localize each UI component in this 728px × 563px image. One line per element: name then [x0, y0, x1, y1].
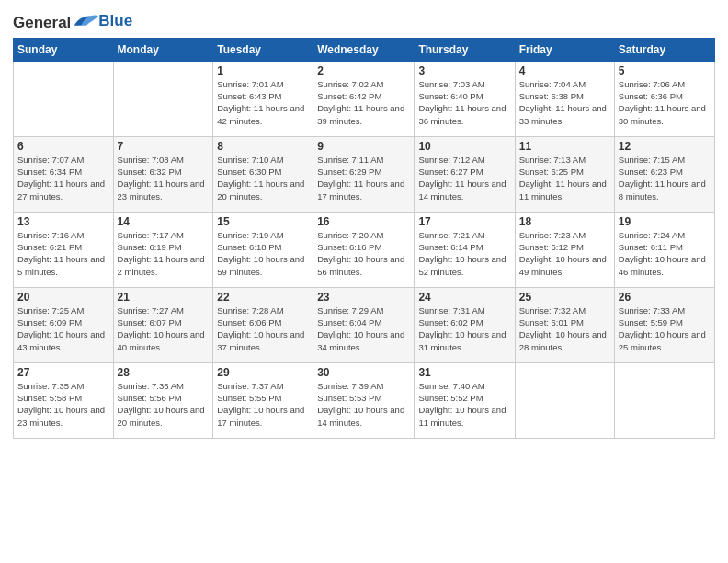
day-info: Sunrise: 7:17 AM Sunset: 6:19 PM Dayligh…: [118, 229, 210, 278]
logo-blue-text: Blue: [98, 12, 132, 30]
calendar-cell: 29Sunrise: 7:37 AM Sunset: 5:55 PM Dayli…: [213, 362, 313, 438]
day-number: 23: [317, 291, 410, 304]
weekday-monday: Monday: [113, 38, 213, 61]
calendar-cell: 14Sunrise: 7:17 AM Sunset: 6:19 PM Dayli…: [113, 212, 213, 287]
weekday-saturday: Saturday: [614, 38, 714, 61]
week-row-4: 27Sunrise: 7:35 AM Sunset: 5:58 PM Dayli…: [14, 362, 715, 438]
calendar-cell: [113, 61, 213, 136]
calendar-table: SundayMondayTuesdayWednesdayThursdayFrid…: [13, 38, 715, 439]
day-number: 28: [118, 366, 210, 379]
day-number: 30: [317, 366, 410, 379]
day-number: 11: [519, 140, 610, 153]
calendar-cell: 25Sunrise: 7:32 AM Sunset: 6:01 PM Dayli…: [515, 287, 614, 362]
calendar-cell: 18Sunrise: 7:23 AM Sunset: 6:12 PM Dayli…: [515, 212, 614, 287]
day-number: 4: [519, 64, 610, 77]
calendar-cell: 6Sunrise: 7:07 AM Sunset: 6:34 PM Daylig…: [14, 136, 114, 212]
calendar-cell: 20Sunrise: 7:25 AM Sunset: 6:09 PM Dayli…: [14, 287, 114, 362]
day-number: 26: [619, 291, 711, 304]
day-number: 17: [418, 215, 510, 228]
day-number: 19: [619, 215, 711, 228]
day-number: 25: [519, 291, 610, 304]
day-number: 8: [217, 140, 309, 153]
header: General Blue: [13, 11, 715, 32]
calendar-cell: 27Sunrise: 7:35 AM Sunset: 5:58 PM Dayli…: [14, 362, 114, 438]
day-number: 5: [619, 64, 711, 77]
day-number: 18: [519, 215, 610, 228]
day-info: Sunrise: 7:08 AM Sunset: 6:32 PM Dayligh…: [118, 154, 210, 202]
calendar-cell: 17Sunrise: 7:21 AM Sunset: 6:14 PM Dayli…: [415, 212, 515, 287]
logo-bird-icon: [73, 11, 98, 31]
calendar-cell: 1Sunrise: 7:01 AM Sunset: 6:43 PM Daylig…: [213, 61, 313, 136]
calendar-cell: 26Sunrise: 7:33 AM Sunset: 5:59 PM Dayli…: [614, 287, 714, 362]
week-row-0: 1Sunrise: 7:01 AM Sunset: 6:43 PM Daylig…: [14, 61, 715, 136]
day-info: Sunrise: 7:20 AM Sunset: 6:16 PM Dayligh…: [317, 229, 410, 278]
calendar-cell: 24Sunrise: 7:31 AM Sunset: 6:02 PM Dayli…: [415, 287, 515, 362]
day-number: 1: [217, 64, 309, 77]
day-info: Sunrise: 7:02 AM Sunset: 6:42 PM Dayligh…: [317, 78, 410, 127]
weekday-wednesday: Wednesday: [313, 38, 415, 61]
day-info: Sunrise: 7:16 AM Sunset: 6:21 PM Dayligh…: [17, 229, 109, 278]
day-info: Sunrise: 7:04 AM Sunset: 6:38 PM Dayligh…: [519, 78, 610, 127]
day-info: Sunrise: 7:33 AM Sunset: 5:59 PM Dayligh…: [619, 304, 711, 353]
day-number: 12: [619, 140, 711, 153]
day-info: Sunrise: 7:37 AM Sunset: 5:55 PM Dayligh…: [217, 380, 309, 429]
calendar-cell: 28Sunrise: 7:36 AM Sunset: 5:56 PM Dayli…: [113, 362, 213, 438]
calendar-cell: 30Sunrise: 7:39 AM Sunset: 5:53 PM Dayli…: [313, 362, 415, 438]
day-info: Sunrise: 7:11 AM Sunset: 6:29 PM Dayligh…: [317, 154, 410, 202]
weekday-tuesday: Tuesday: [213, 38, 313, 61]
day-number: 29: [217, 366, 309, 379]
calendar-cell: 5Sunrise: 7:06 AM Sunset: 6:36 PM Daylig…: [614, 61, 714, 136]
calendar-cell: 10Sunrise: 7:12 AM Sunset: 6:27 PM Dayli…: [415, 136, 515, 212]
day-number: 3: [418, 64, 510, 77]
calendar-cell: 31Sunrise: 7:40 AM Sunset: 5:52 PM Dayli…: [415, 362, 515, 438]
weekday-thursday: Thursday: [415, 38, 515, 61]
day-info: Sunrise: 7:23 AM Sunset: 6:12 PM Dayligh…: [519, 229, 610, 278]
day-info: Sunrise: 7:29 AM Sunset: 6:04 PM Dayligh…: [317, 304, 410, 353]
day-number: 6: [17, 140, 109, 153]
logo-general-text: General: [13, 14, 71, 31]
week-row-2: 13Sunrise: 7:16 AM Sunset: 6:21 PM Dayli…: [14, 212, 715, 287]
calendar-cell: [614, 362, 714, 438]
day-info: Sunrise: 7:03 AM Sunset: 6:40 PM Dayligh…: [418, 78, 510, 127]
calendar-cell: 11Sunrise: 7:13 AM Sunset: 6:25 PM Dayli…: [515, 136, 614, 212]
day-number: 2: [317, 64, 410, 77]
calendar-cell: 13Sunrise: 7:16 AM Sunset: 6:21 PM Dayli…: [14, 212, 114, 287]
day-info: Sunrise: 7:07 AM Sunset: 6:34 PM Dayligh…: [17, 154, 109, 202]
calendar-cell: 3Sunrise: 7:03 AM Sunset: 6:40 PM Daylig…: [415, 61, 515, 136]
logo: General Blue: [13, 11, 132, 32]
day-info: Sunrise: 7:12 AM Sunset: 6:27 PM Dayligh…: [418, 154, 510, 202]
day-number: 9: [317, 140, 410, 153]
day-number: 7: [118, 140, 210, 153]
calendar-cell: 19Sunrise: 7:24 AM Sunset: 6:11 PM Dayli…: [614, 212, 714, 287]
calendar-cell: 9Sunrise: 7:11 AM Sunset: 6:29 PM Daylig…: [313, 136, 415, 212]
day-info: Sunrise: 7:39 AM Sunset: 5:53 PM Dayligh…: [317, 380, 410, 429]
calendar-cell: 16Sunrise: 7:20 AM Sunset: 6:16 PM Dayli…: [313, 212, 415, 287]
day-number: 16: [317, 215, 410, 228]
day-number: 22: [217, 291, 309, 304]
day-number: 27: [17, 366, 109, 379]
calendar-cell: 7Sunrise: 7:08 AM Sunset: 6:32 PM Daylig…: [113, 136, 213, 212]
calendar-cell: 22Sunrise: 7:28 AM Sunset: 6:06 PM Dayli…: [213, 287, 313, 362]
day-number: 13: [17, 215, 109, 228]
day-info: Sunrise: 7:10 AM Sunset: 6:30 PM Dayligh…: [217, 154, 309, 202]
day-info: Sunrise: 7:32 AM Sunset: 6:01 PM Dayligh…: [519, 304, 610, 353]
calendar-cell: 12Sunrise: 7:15 AM Sunset: 6:23 PM Dayli…: [614, 136, 714, 212]
day-number: 15: [217, 215, 309, 228]
day-number: 10: [418, 140, 510, 153]
calendar-cell: 23Sunrise: 7:29 AM Sunset: 6:04 PM Dayli…: [313, 287, 415, 362]
day-info: Sunrise: 7:13 AM Sunset: 6:25 PM Dayligh…: [519, 154, 610, 202]
calendar-cell: 8Sunrise: 7:10 AM Sunset: 6:30 PM Daylig…: [213, 136, 313, 212]
day-info: Sunrise: 7:21 AM Sunset: 6:14 PM Dayligh…: [418, 229, 510, 278]
day-info: Sunrise: 7:31 AM Sunset: 6:02 PM Dayligh…: [418, 304, 510, 353]
day-info: Sunrise: 7:28 AM Sunset: 6:06 PM Dayligh…: [217, 304, 309, 353]
calendar-cell: [14, 61, 114, 136]
week-row-1: 6Sunrise: 7:07 AM Sunset: 6:34 PM Daylig…: [14, 136, 715, 212]
logo-wrapper: General Blue: [13, 11, 132, 32]
day-number: 14: [118, 215, 210, 228]
day-number: 21: [118, 291, 210, 304]
weekday-sunday: Sunday: [14, 38, 114, 61]
day-info: Sunrise: 7:25 AM Sunset: 6:09 PM Dayligh…: [17, 304, 109, 353]
weekday-header-row: SundayMondayTuesdayWednesdayThursdayFrid…: [14, 38, 715, 61]
calendar-cell: [515, 362, 614, 438]
day-info: Sunrise: 7:36 AM Sunset: 5:56 PM Dayligh…: [118, 380, 210, 429]
